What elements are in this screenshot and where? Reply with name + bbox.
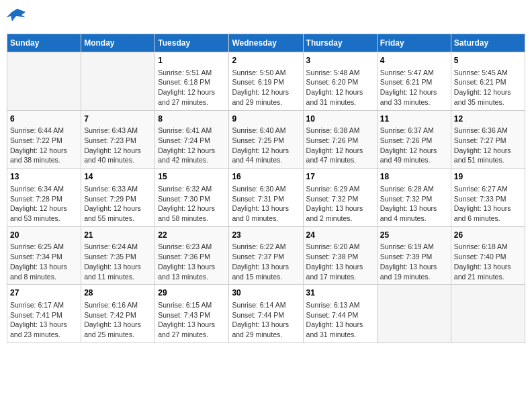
day-number: 11: [380, 113, 448, 125]
column-header-saturday: Saturday: [451, 34, 525, 52]
day-number: 30: [232, 287, 300, 299]
day-number: 8: [158, 113, 226, 125]
calendar-cell: 13Sunrise: 6:34 AM Sunset: 7:28 PM Dayli…: [7, 169, 81, 227]
day-number: 6: [10, 113, 78, 125]
day-number: 4: [380, 55, 448, 66]
day-info: Sunrise: 6:13 AM Sunset: 7:44 PM Dayligh…: [306, 300, 374, 340]
column-header-wednesday: Wednesday: [229, 34, 303, 52]
day-number: 15: [158, 171, 226, 183]
calendar-cell: 10Sunrise: 6:38 AM Sunset: 7:26 PM Dayli…: [303, 110, 377, 169]
day-info: Sunrise: 5:45 AM Sunset: 6:21 PM Dayligh…: [454, 68, 522, 107]
day-number: 29: [158, 287, 226, 299]
calendar-cell: 8Sunrise: 6:41 AM Sunset: 7:24 PM Daylig…: [155, 110, 229, 169]
day-info: Sunrise: 6:43 AM Sunset: 7:23 PM Dayligh…: [84, 126, 152, 165]
day-info: Sunrise: 6:30 AM Sunset: 7:31 PM Dayligh…: [232, 184, 300, 224]
calendar-cell: 15Sunrise: 6:32 AM Sunset: 7:30 PM Dayli…: [155, 169, 229, 227]
day-info: Sunrise: 5:50 AM Sunset: 6:19 PM Dayligh…: [232, 68, 300, 107]
day-info: Sunrise: 6:29 AM Sunset: 7:32 PM Dayligh…: [306, 184, 374, 224]
calendar-cell: [81, 52, 155, 111]
calendar-cell: 28Sunrise: 6:16 AM Sunset: 7:42 PM Dayli…: [81, 285, 155, 343]
calendar-table: SundayMondayTuesdayWednesdayThursdayFrid…: [7, 34, 525, 343]
day-info: Sunrise: 6:15 AM Sunset: 7:43 PM Dayligh…: [158, 300, 226, 340]
calendar-cell: 14Sunrise: 6:33 AM Sunset: 7:29 PM Dayli…: [81, 169, 155, 227]
column-header-friday: Friday: [377, 34, 451, 52]
calendar-cell: 30Sunrise: 6:14 AM Sunset: 7:44 PM Dayli…: [229, 285, 303, 343]
day-number: 24: [306, 230, 374, 241]
day-info: Sunrise: 6:25 AM Sunset: 7:34 PM Dayligh…: [10, 242, 78, 281]
day-info: Sunrise: 6:14 AM Sunset: 7:44 PM Dayligh…: [232, 300, 300, 340]
day-info: Sunrise: 5:48 AM Sunset: 6:20 PM Dayligh…: [306, 68, 374, 107]
day-info: Sunrise: 6:36 AM Sunset: 7:27 PM Dayligh…: [454, 126, 522, 165]
day-number: 31: [306, 287, 374, 299]
day-number: 5: [454, 55, 522, 66]
calendar-cell: 25Sunrise: 6:19 AM Sunset: 7:39 PM Dayli…: [377, 226, 451, 285]
day-number: 18: [380, 171, 448, 183]
day-info: Sunrise: 6:24 AM Sunset: 7:35 PM Dayligh…: [84, 242, 152, 281]
day-number: 16: [232, 171, 300, 183]
calendar-cell: 3Sunrise: 5:48 AM Sunset: 6:20 PM Daylig…: [303, 52, 377, 111]
calendar-cell: 12Sunrise: 6:36 AM Sunset: 7:27 PM Dayli…: [451, 110, 525, 169]
day-number: 3: [306, 55, 374, 66]
day-number: 25: [380, 230, 448, 241]
calendar-cell: [377, 285, 451, 343]
day-number: 19: [454, 171, 522, 183]
calendar-cell: 11Sunrise: 6:37 AM Sunset: 7:26 PM Dayli…: [377, 110, 451, 169]
day-info: Sunrise: 6:44 AM Sunset: 7:22 PM Dayligh…: [10, 126, 78, 165]
calendar-cell: [7, 52, 81, 111]
day-info: Sunrise: 6:19 AM Sunset: 7:39 PM Dayligh…: [380, 242, 448, 281]
column-header-monday: Monday: [81, 34, 155, 52]
calendar-cell: 9Sunrise: 6:40 AM Sunset: 7:25 PM Daylig…: [229, 110, 303, 169]
day-info: Sunrise: 6:27 AM Sunset: 7:33 PM Dayligh…: [454, 184, 522, 224]
calendar-week-5: 27Sunrise: 6:17 AM Sunset: 7:41 PM Dayli…: [7, 285, 525, 343]
calendar-cell: 7Sunrise: 6:43 AM Sunset: 7:23 PM Daylig…: [81, 110, 155, 169]
day-info: Sunrise: 6:33 AM Sunset: 7:29 PM Dayligh…: [84, 184, 152, 224]
calendar-week-2: 6Sunrise: 6:44 AM Sunset: 7:22 PM Daylig…: [7, 110, 525, 169]
day-info: Sunrise: 6:17 AM Sunset: 7:41 PM Dayligh…: [10, 300, 78, 340]
calendar-cell: 2Sunrise: 5:50 AM Sunset: 6:19 PM Daylig…: [229, 52, 303, 111]
calendar-cell: 26Sunrise: 6:18 AM Sunset: 7:40 PM Dayli…: [451, 226, 525, 285]
day-number: 12: [454, 113, 522, 125]
day-number: 26: [454, 230, 522, 241]
day-number: 27: [10, 287, 78, 299]
calendar-cell: 27Sunrise: 6:17 AM Sunset: 7:41 PM Dayli…: [7, 285, 81, 343]
day-number: 28: [84, 287, 152, 299]
calendar-cell: 20Sunrise: 6:25 AM Sunset: 7:34 PM Dayli…: [7, 226, 81, 285]
day-info: Sunrise: 6:18 AM Sunset: 7:40 PM Dayligh…: [454, 242, 522, 281]
calendar-week-4: 20Sunrise: 6:25 AM Sunset: 7:34 PM Dayli…: [7, 226, 525, 285]
day-info: Sunrise: 6:34 AM Sunset: 7:28 PM Dayligh…: [10, 184, 78, 224]
day-info: Sunrise: 6:16 AM Sunset: 7:42 PM Dayligh…: [84, 300, 152, 340]
day-info: Sunrise: 6:28 AM Sunset: 7:32 PM Dayligh…: [380, 184, 448, 224]
column-header-thursday: Thursday: [303, 34, 377, 52]
day-number: 2: [232, 55, 300, 66]
calendar-cell: 21Sunrise: 6:24 AM Sunset: 7:35 PM Dayli…: [81, 226, 155, 285]
day-number: 23: [232, 230, 300, 241]
day-number: 22: [158, 230, 226, 241]
column-header-tuesday: Tuesday: [155, 34, 229, 52]
column-header-sunday: Sunday: [7, 34, 81, 52]
calendar-cell: 6Sunrise: 6:44 AM Sunset: 7:22 PM Daylig…: [7, 110, 81, 169]
day-info: Sunrise: 6:32 AM Sunset: 7:30 PM Dayligh…: [158, 184, 226, 224]
calendar-cell: 31Sunrise: 6:13 AM Sunset: 7:44 PM Dayli…: [303, 285, 377, 343]
day-info: Sunrise: 6:23 AM Sunset: 7:36 PM Dayligh…: [158, 242, 226, 281]
day-info: Sunrise: 6:38 AM Sunset: 7:26 PM Dayligh…: [306, 126, 374, 165]
day-info: Sunrise: 6:41 AM Sunset: 7:24 PM Dayligh…: [158, 126, 226, 165]
day-info: Sunrise: 6:37 AM Sunset: 7:26 PM Dayligh…: [380, 126, 448, 165]
calendar-cell: 16Sunrise: 6:30 AM Sunset: 7:31 PM Dayli…: [229, 169, 303, 227]
day-number: 21: [84, 230, 152, 241]
calendar-cell: [451, 285, 525, 343]
calendar-cell: 24Sunrise: 6:20 AM Sunset: 7:38 PM Dayli…: [303, 226, 377, 285]
day-info: Sunrise: 5:51 AM Sunset: 6:18 PM Dayligh…: [158, 68, 226, 107]
calendar-cell: 1Sunrise: 5:51 AM Sunset: 6:18 PM Daylig…: [155, 52, 229, 111]
day-number: 1: [158, 55, 226, 66]
day-info: Sunrise: 6:20 AM Sunset: 7:38 PM Dayligh…: [306, 242, 374, 281]
day-number: 20: [10, 230, 78, 241]
calendar-cell: 22Sunrise: 6:23 AM Sunset: 7:36 PM Dayli…: [155, 226, 229, 285]
day-info: Sunrise: 6:22 AM Sunset: 7:37 PM Dayligh…: [232, 242, 300, 281]
day-number: 7: [84, 113, 152, 125]
calendar-cell: 18Sunrise: 6:28 AM Sunset: 7:32 PM Dayli…: [377, 169, 451, 227]
day-info: Sunrise: 6:40 AM Sunset: 7:25 PM Dayligh…: [232, 126, 300, 165]
day-number: 17: [306, 171, 374, 183]
day-number: 9: [232, 113, 300, 125]
calendar-cell: 23Sunrise: 6:22 AM Sunset: 7:37 PM Dayli…: [229, 226, 303, 285]
svg-marker-0: [7, 9, 26, 21]
